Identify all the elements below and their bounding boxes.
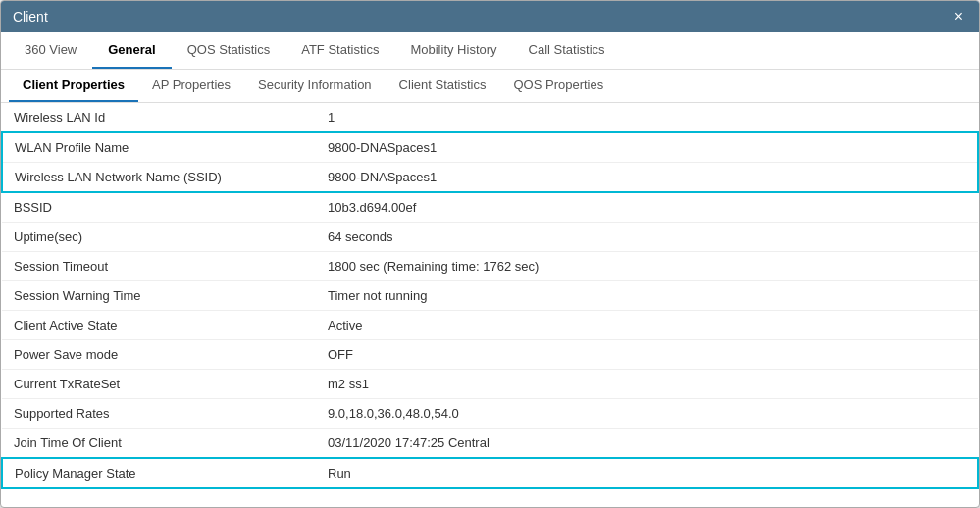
property-value: 03/11/2020 17:47:25 Central xyxy=(316,429,978,459)
property-value: OFF xyxy=(316,340,978,370)
property-name: Supported Rates xyxy=(2,399,316,429)
table-row: Client Active StateActive xyxy=(2,311,978,340)
property-name: WLAN Profile Name xyxy=(2,132,316,163)
table-row: Wireless LAN Network Name (SSID)9800-DNA… xyxy=(2,163,978,193)
table-row: Policy Manager StateRun xyxy=(2,458,978,488)
top-tab-general[interactable]: General xyxy=(92,32,171,69)
property-value: m2 ss1 xyxy=(316,370,978,399)
property-value: 64 seconds xyxy=(316,223,978,252)
table-row: Current TxRateSetm2 ss1 xyxy=(2,370,978,399)
property-name: Session Timeout xyxy=(2,252,316,281)
table-row: Supported Rates9.0,18.0,36.0,48.0,54.0 xyxy=(2,399,978,429)
properties-table-container[interactable]: Wireless LAN Id1WLAN Profile Name9800-DN… xyxy=(1,103,979,507)
close-button[interactable]: × xyxy=(951,9,967,25)
property-name: Wireless LAN Network Name (SSID) xyxy=(2,163,316,193)
modal-title: Client xyxy=(13,9,48,25)
property-name: Current TxRateSet xyxy=(2,370,316,399)
property-value: Active xyxy=(316,311,978,340)
sub-tab-security-info[interactable]: Security Information xyxy=(244,70,386,102)
top-tab-call-stats[interactable]: Call Statistics xyxy=(513,32,621,69)
table-row: Session Timeout1800 sec (Remaining time:… xyxy=(2,252,978,281)
table-row: Power Save modeOFF xyxy=(2,340,978,370)
content-area: Wireless LAN Id1WLAN Profile Name9800-DN… xyxy=(1,103,979,507)
table-row: WLAN Profile Name9800-DNASpaces1 xyxy=(2,132,978,163)
property-name: Session Warning Time xyxy=(2,281,316,311)
property-value: 9800-DNASpaces1 xyxy=(316,163,978,193)
property-value: 1 xyxy=(316,103,978,132)
modal-header: Client × xyxy=(1,1,979,32)
property-name: Policy Manager State xyxy=(2,458,316,488)
table-row: BSSID10b3.d694.00ef xyxy=(2,192,978,223)
table-row: Wireless LAN Id1 xyxy=(2,103,978,132)
sub-tab-client-stats[interactable]: Client Statistics xyxy=(386,70,500,102)
sub-tab-client-props[interactable]: Client Properties xyxy=(9,70,138,102)
property-value: 10b3.d694.00ef xyxy=(316,192,978,223)
table-row: Session Warning TimeTimer not running xyxy=(2,281,978,311)
top-tab-qos-stats[interactable]: QOS Statistics xyxy=(172,32,286,69)
property-name: BSSID xyxy=(2,192,316,223)
sub-tab-ap-props[interactable]: AP Properties xyxy=(138,70,244,102)
property-name: Wireless LAN Id xyxy=(2,103,316,132)
table-row: Join Time Of Client03/11/2020 17:47:25 C… xyxy=(2,429,978,459)
property-name: Power Save mode xyxy=(2,340,316,370)
property-value: Run xyxy=(316,458,978,488)
sub-tab-qos-props[interactable]: QOS Properties xyxy=(499,70,617,102)
property-name: Join Time Of Client xyxy=(2,429,316,459)
top-tab-360view[interactable]: 360 View xyxy=(9,32,92,69)
property-value: 9.0,18.0,36.0,48.0,54.0 xyxy=(316,399,978,429)
property-name: Client Active State xyxy=(2,311,316,340)
top-tab-mobility-history[interactable]: Mobility History xyxy=(394,32,512,69)
properties-table: Wireless LAN Id1WLAN Profile Name9800-DN… xyxy=(1,103,979,489)
sub-tabs-container: Client PropertiesAP PropertiesSecurity I… xyxy=(1,70,979,103)
client-modal: Client × 360 ViewGeneralQOS StatisticsAT… xyxy=(0,0,980,508)
property-name: Uptime(sec) xyxy=(2,223,316,252)
property-value: 9800-DNASpaces1 xyxy=(316,132,978,163)
property-value: 1800 sec (Remaining time: 1762 sec) xyxy=(316,252,978,281)
table-row: Uptime(sec)64 seconds xyxy=(2,223,978,252)
property-value: Timer not running xyxy=(316,281,978,311)
top-tab-atf-stats[interactable]: ATF Statistics xyxy=(285,32,394,69)
top-tabs-container: 360 ViewGeneralQOS StatisticsATF Statist… xyxy=(1,32,979,70)
